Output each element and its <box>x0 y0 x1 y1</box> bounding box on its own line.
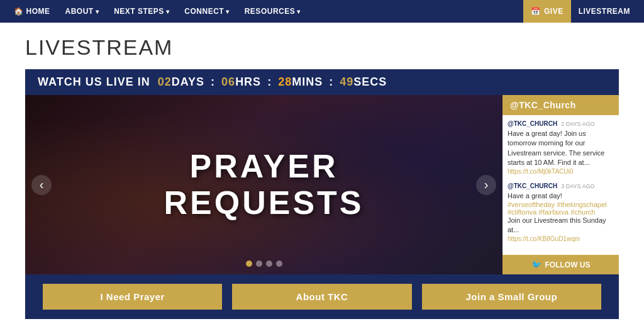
page-title-section: LIVESTREAM <box>0 23 644 69</box>
countdown-sep3: : <box>329 76 337 88</box>
slider-text: PRAYER REQUESTS <box>164 149 364 220</box>
twitter-follow-button[interactable]: 🐦 FOLLOW US <box>502 255 619 274</box>
chevron-left-icon: ‹ <box>40 177 44 192</box>
countdown-sep2: : <box>267 76 275 88</box>
tweet-2-text2: Join our Livestream this Sunday at... <box>508 216 614 235</box>
countdown-days-label: DAYS <box>172 76 204 88</box>
tweet-1-time: 2 DAYS AGO <box>561 121 594 127</box>
countdown-days-val: 02 <box>158 76 172 88</box>
countdown-hrs-label: HRS <box>235 76 261 88</box>
tweet-2-link[interactable]: https://t.co/KB8GuD1wqm <box>508 235 614 242</box>
nav-home[interactable]: 🏠 HOME <box>6 0 58 23</box>
need-prayer-button[interactable]: I Need Prayer <box>43 284 222 310</box>
tweet-2-tags: #verseoftheday #thekingschapel #cliftonv… <box>508 201 614 216</box>
tweet-1: @TKC_CHURCH 2 DAYS AGO Have a great day!… <box>508 120 614 175</box>
twitter-feed: @TKC_CHURCH 2 DAYS AGO Have a great day!… <box>502 115 619 255</box>
twitter-handle: @TKC_Church <box>502 95 619 115</box>
countdown-mins-val: 28 <box>278 76 292 88</box>
main-nav: 🏠 HOME ABOUT NEXT STEPS CONNECT RESOURCE… <box>0 0 644 23</box>
slider-dot-3[interactable] <box>266 261 272 267</box>
nav-resources[interactable]: RESOURCES <box>237 0 308 23</box>
chevron-right-icon: › <box>484 177 489 192</box>
tweet-2-time: 3 DAYS AGO <box>561 183 594 189</box>
slider-twitter-area: ‹ PRAYER REQUESTS › @TKC_Church <box>25 95 619 274</box>
tweet-1-header: @TKC_CHURCH 2 DAYS AGO <box>508 120 614 127</box>
countdown-secs-val: 49 <box>340 76 353 88</box>
slider-dots <box>246 261 282 267</box>
tweet-2-header: @TKC_CHURCH 3 DAYS AGO <box>508 182 614 189</box>
countdown-hrs-val: 06 <box>221 76 235 88</box>
twitter-follow-label: FOLLOW US <box>545 261 591 269</box>
small-group-button[interactable]: Join a Small Group <box>422 284 601 310</box>
slide-title-line2: REQUESTS <box>164 184 364 221</box>
slider-dot-4[interactable] <box>276 261 282 267</box>
slider-prev-button[interactable]: ‹ <box>31 175 52 195</box>
nav-give[interactable]: 📅 GIVE <box>523 0 570 23</box>
countdown-mins-label: MINS <box>292 76 323 88</box>
slider-dot-2[interactable] <box>256 261 262 267</box>
twitter-panel: @TKC_Church @TKC_CHURCH 2 DAYS AGO Have … <box>502 95 619 274</box>
tweet-2: @TKC_CHURCH 3 DAYS AGO Have a great day!… <box>508 182 614 242</box>
countdown-bar: WATCH US LIVE IN 02DAYS : 06HRS : 28MINS… <box>25 69 619 95</box>
slider-next-button[interactable]: › <box>476 175 496 195</box>
image-slider: ‹ PRAYER REQUESTS › <box>25 95 502 274</box>
slide-title-line1: PRAYER <box>190 148 338 184</box>
tweet-2-text: Have a great day! <box>508 191 614 201</box>
tweet-1-user: @TKC_CHURCH <box>508 120 557 127</box>
slider-dot-1[interactable] <box>246 261 252 267</box>
bottom-buttons: I Need Prayer About TKC Join a Small Gro… <box>25 274 619 319</box>
home-icon: 🏠 <box>14 7 24 16</box>
calendar-icon: 📅 <box>531 7 541 16</box>
nav-livestream[interactable]: LIVESTREAM <box>571 0 638 23</box>
nav-connect[interactable]: CONNECT <box>177 0 236 23</box>
slide-title: PRAYER REQUESTS <box>164 149 364 220</box>
twitter-bird-icon: 🐦 <box>531 260 541 269</box>
main-content: WATCH US LIVE IN 02DAYS : 06HRS : 28MINS… <box>25 69 619 319</box>
tweet-1-text: Have a great day! Join us tomorrow morni… <box>508 129 614 168</box>
countdown-prefix: WATCH US LIVE IN <box>38 76 150 88</box>
countdown-sep1: : <box>211 76 219 88</box>
page-title: LIVESTREAM <box>25 35 619 60</box>
tweet-1-link[interactable]: https://t.co/Mj0kTACUi0 <box>508 168 614 175</box>
about-tkc-button[interactable]: About TKC <box>232 284 411 310</box>
countdown-secs-label: SECS <box>353 76 387 88</box>
nav-next-steps[interactable]: NEXT STEPS <box>106 0 177 23</box>
tweet-2-user: @TKC_CHURCH <box>508 182 557 189</box>
nav-about[interactable]: ABOUT <box>58 0 107 23</box>
